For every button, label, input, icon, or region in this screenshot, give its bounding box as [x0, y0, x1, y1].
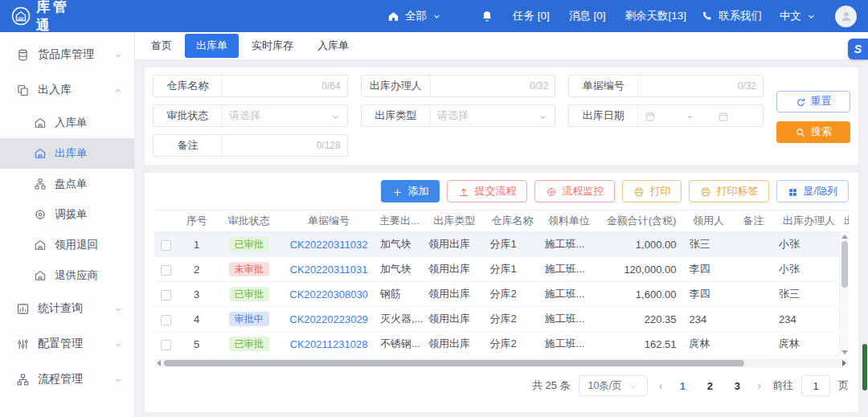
workflow-monitor-button[interactable]: 流程监控: [534, 180, 615, 202]
doc-number-field[interactable]: 单据编号 0/32: [568, 75, 764, 97]
cell-seq: 4: [178, 307, 216, 332]
cell-no[interactable]: CK20211231028: [282, 332, 375, 357]
notification-bell[interactable]: [473, 10, 501, 22]
field-label: 单据编号: [569, 76, 638, 96]
contact-us-link[interactable]: 联系我们: [694, 9, 769, 23]
sidebar-item-config-management[interactable]: 配置管理: [0, 326, 134, 362]
sidebar-item-outbound-order[interactable]: 出库单: [0, 138, 134, 169]
approval-status-select[interactable]: 审批状态 请选择: [153, 104, 348, 127]
scroll-right-arrow-icon[interactable]: [842, 360, 846, 366]
tasks-label: 任务 [0]: [513, 9, 550, 23]
chart-icon: [16, 301, 30, 316]
row-checkbox[interactable]: [161, 290, 171, 300]
page-number-1[interactable]: 1: [674, 380, 691, 392]
sidebar-item-stocktake-order[interactable]: 盘点单: [0, 169, 134, 199]
scroll-left-arrow-icon[interactable]: [157, 360, 161, 366]
column-header: 主要出...: [375, 211, 424, 232]
total-count-label: 共 25 条: [532, 378, 571, 393]
row-checkbox[interactable]: [161, 240, 171, 251]
page-size-select[interactable]: 10条/页: [579, 375, 648, 396]
doc-number-link[interactable]: CK20211231028: [290, 338, 368, 350]
page-number-3[interactable]: 3: [728, 380, 746, 392]
floating-helper-widget[interactable]: S: [848, 39, 868, 59]
tasks-link[interactable]: 任务 [0]: [506, 9, 557, 23]
goto-label: 前往: [772, 378, 793, 393]
page-scrollbar-thumb[interactable]: [862, 344, 867, 390]
table-row[interactable]: 4审批中CK20220223029灭火器,...领用出库分库2施工班...220…: [154, 307, 849, 332]
language-label: 中文: [780, 9, 801, 23]
show-hide-columns-button[interactable]: 显/隐列: [776, 180, 849, 202]
horizontal-scroll-thumb[interactable]: [164, 360, 744, 366]
cell-no[interactable]: CK20220311031: [282, 257, 375, 282]
cell-no[interactable]: CK20220223029: [282, 307, 375, 332]
messages-link[interactable]: 消息 [0]: [562, 9, 613, 23]
cell-no[interactable]: CK20220311032: [282, 232, 375, 257]
status-badge: 审批中: [229, 312, 269, 326]
warehouse-name-field[interactable]: 仓库名称 0/64: [153, 75, 348, 97]
chevron-down-icon: [432, 10, 442, 22]
chevron-down-icon: [628, 380, 638, 391]
table-row[interactable]: 2未审批CK20220311031加气块领用出库分库1施工班...120,000…: [154, 257, 849, 282]
sidebar-item-workflow-management[interactable]: 流程管理: [0, 362, 134, 397]
search-panel: 仓库名称 0/64 出库办理人 0/32 单据编号 0/32 重置: [145, 67, 858, 165]
language-selector[interactable]: 中文: [772, 9, 824, 23]
tab-inbound-order[interactable]: 入库单: [306, 34, 360, 58]
char-counter: 0/64: [321, 80, 340, 92]
sidebar-item-goods-management[interactable]: 货品库管理: [0, 37, 134, 72]
user-avatar[interactable]: [835, 6, 857, 27]
column-header: 出库日期: [844, 211, 849, 232]
scroll-down-arrow-icon[interactable]: [841, 350, 848, 354]
outbound-date-range-field[interactable]: 出库日期 -: [568, 104, 764, 127]
tab-outbound-order[interactable]: 出库单: [185, 34, 239, 58]
sidebar-item-in-out-warehouse[interactable]: 出入库: [0, 72, 134, 108]
print-label-button[interactable]: 打印标签: [689, 180, 769, 202]
print-button[interactable]: 打印: [622, 180, 682, 202]
next-page-button[interactable]: ›: [754, 379, 764, 392]
table-row[interactable]: 5已审批CK20211231028不锈钢...领用出库分库2施工班...162.…: [154, 332, 849, 357]
sidebar-item-requisition-return[interactable]: 领用退回: [0, 230, 134, 260]
goto-page-input[interactable]: [801, 375, 830, 396]
submit-workflow-button[interactable]: 提交流程: [447, 180, 527, 202]
cell-amount: 1,600.00: [598, 282, 685, 307]
table-horizontal-scrollbar[interactable]: [154, 358, 849, 368]
contact-label: 联系我们: [719, 9, 762, 23]
sidebar-item-inbound-order[interactable]: 入库单: [0, 108, 134, 138]
doc-number-link[interactable]: CK20220311031: [290, 264, 368, 276]
refresh-icon: [796, 95, 806, 107]
status-badge: 已审批: [229, 337, 269, 351]
scroll-up-arrow-icon[interactable]: [841, 235, 848, 239]
search-button[interactable]: 搜索: [776, 121, 850, 143]
cell-no[interactable]: CK20220308030: [282, 282, 375, 307]
table-row[interactable]: 1已审批CK20220311032加气块领用出库分库1施工班...1,000.0…: [154, 232, 849, 257]
doc-number-link[interactable]: CK20220223029: [289, 313, 368, 325]
field-label: 备注: [154, 135, 223, 156]
outbound-handler-field[interactable]: 出库办理人 0/32: [361, 75, 556, 97]
target-icon: [34, 208, 47, 221]
outbound-type-select[interactable]: 出库类型 请选择: [361, 104, 556, 127]
vertical-scroll-thumb[interactable]: [841, 241, 848, 288]
scope-selector[interactable]: 全部: [379, 9, 449, 23]
row-checkbox[interactable]: [161, 315, 171, 325]
cell-handler: 张三: [774, 282, 844, 307]
remark-field[interactable]: 备注 0/128: [153, 134, 348, 157]
reset-button[interactable]: 重置: [776, 91, 850, 112]
cell-receiver: 张三: [684, 232, 732, 257]
sidebar-item-transfer-order[interactable]: 调拨单: [0, 199, 134, 230]
doc-number-link[interactable]: CK20220311032: [290, 239, 368, 251]
status-badge: 已审批: [229, 287, 269, 301]
sidebar-item-statistics-query[interactable]: 统计查询: [0, 291, 134, 326]
prev-page-button[interactable]: ‹: [656, 379, 666, 392]
sidebar-item-return-to-supplier[interactable]: 退供应商: [0, 260, 134, 291]
cell-type: 领用出库: [424, 282, 485, 307]
row-checkbox[interactable]: [161, 265, 171, 276]
tab-realtime-stock[interactable]: 实时库存: [240, 34, 305, 58]
add-button[interactable]: 添加: [381, 180, 440, 202]
table-row[interactable]: 3已审批CK20220308030钢筋领用出库分库2施工班...1,600.00…: [154, 282, 849, 307]
table-vertical-scrollbar[interactable]: [839, 232, 849, 357]
topbar: 库管通 全部 任务 [0] 消息 [0] 剩余天数[13] 联系我们 中文: [0, 0, 868, 32]
tab-home[interactable]: 首页: [140, 34, 183, 58]
doc-number-link[interactable]: CK20220308030: [289, 288, 368, 300]
page-number-2[interactable]: 2: [701, 380, 719, 392]
warehouse-out-icon: [34, 147, 47, 160]
row-checkbox[interactable]: [161, 340, 171, 350]
